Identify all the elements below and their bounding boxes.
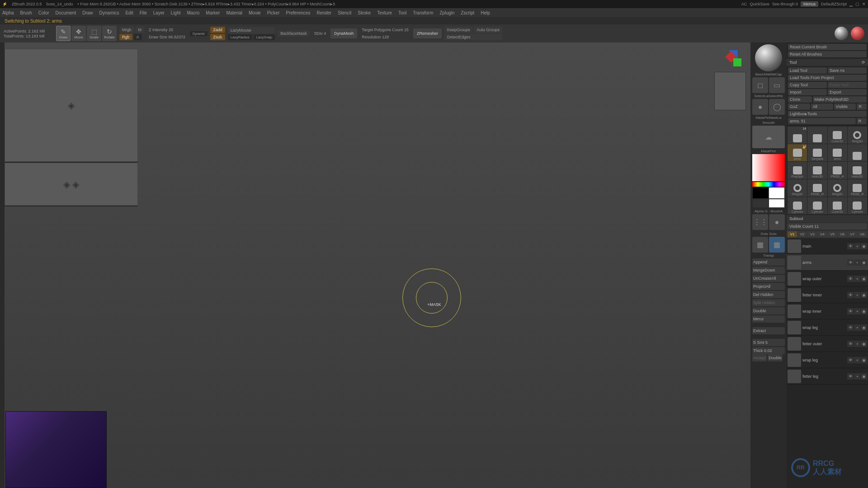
select-rect-brush[interactable]: ▭ (769, 77, 785, 93)
subtool-row-wrap-outer[interactable]: wrap outer👁▪◉ (787, 271, 868, 287)
ghost-button[interactable]: ▦ (769, 237, 785, 253)
menu-help[interactable]: Help (481, 10, 490, 15)
thick-slider[interactable]: Thick 0.02 (752, 347, 785, 354)
export-button[interactable]: Export (828, 89, 867, 95)
move-mode-button[interactable]: ✥Move (71, 26, 86, 41)
subtool-row-wrap-leg[interactable]: wrap leg👁▪◉ (787, 352, 868, 368)
zscript-label[interactable]: DefaultZScript (821, 2, 847, 6)
tool-item-11[interactable]: Helix3D (848, 162, 867, 179)
mrgb-button[interactable]: Mrgb (119, 27, 134, 33)
select-lasso-brush[interactable]: ◻ (752, 77, 768, 93)
zsub-button[interactable]: Zsub (210, 34, 225, 40)
subtool-row-wrap-inner[interactable]: wrap inner👁▪◉ (787, 303, 868, 319)
menu-edit[interactable]: Edit (125, 10, 133, 15)
menus-button[interactable]: Menus (801, 1, 818, 7)
menu-tool[interactable]: Tool (398, 10, 406, 15)
subtool-paint-icon[interactable]: ▪ (854, 324, 860, 331)
zadd-button[interactable]: Zadd (210, 27, 225, 33)
menu-file[interactable]: File (140, 10, 147, 15)
quicksave-button[interactable]: QuickSave (750, 2, 769, 6)
load-from-project-button[interactable]: Load Tools From Project (788, 75, 867, 81)
subtool-vis-icon[interactable]: 👁 (847, 341, 854, 347)
target-polygons-slider[interactable]: Target Polygons Count 15 (360, 27, 410, 33)
menu-draw[interactable]: Draw (82, 10, 93, 15)
menu-macro[interactable]: Macro (187, 10, 200, 15)
subtool-paint-icon[interactable]: ▪ (854, 308, 860, 314)
subtool-vis-icon[interactable]: 👁 (847, 324, 854, 331)
subtool-eye-icon[interactable]: ◉ (861, 259, 867, 266)
tool-item-12[interactable]: Ring3D (788, 179, 807, 197)
menu-movie[interactable]: Movie (249, 10, 261, 15)
append-button[interactable]: Append (752, 258, 785, 266)
subtool-row-wrap-leg[interactable]: wrap leg👁▪◉ (787, 319, 868, 336)
window-max-icon[interactable]: ▢ (855, 2, 859, 6)
r-button[interactable]: R (857, 118, 867, 124)
reset-brush-button[interactable]: Reset Current Brush (788, 44, 867, 50)
menu-zscript[interactable]: Zscript (461, 10, 474, 15)
z-intensity-slider[interactable]: Z Intensity 25 (147, 27, 187, 33)
import-button[interactable]: Import (788, 89, 827, 95)
transp-button[interactable]: ▦ (752, 237, 768, 253)
tool-item-13[interactable]: PM3D_R (807, 179, 827, 197)
subtool-eye-icon[interactable]: ◉ (861, 276, 867, 282)
dynamic-toggle[interactable]: Dynamic (190, 31, 208, 36)
subtool-paint-icon[interactable]: ▪ (854, 243, 860, 249)
resolution-slider[interactable]: Resolution 128 (360, 34, 410, 40)
menu-alpha[interactable]: Alpha (2, 10, 14, 15)
detectedges-button[interactable]: DetectEdges (444, 34, 502, 40)
tool-section-header[interactable]: Tool ⟳ (787, 59, 868, 66)
rotate-mode-button[interactable]: ↻Rotate (102, 26, 117, 41)
tool-item-10[interactable]: PM3D_H (828, 162, 847, 179)
menu-color[interactable]: Color (38, 10, 49, 15)
mirror-button[interactable]: Mirror (752, 315, 785, 323)
subtool-eye-icon[interactable]: ◉ (861, 308, 867, 314)
double2-button[interactable]: Double (768, 354, 783, 361)
goz-all-button[interactable]: All (811, 103, 833, 110)
splithidden-button[interactable]: Split Hidden (752, 299, 785, 306)
subtool-eye-icon[interactable]: ◉ (861, 341, 867, 347)
subtool-row-fetter-outer[interactable]: fetter outer👁▪◉ (787, 336, 868, 352)
subtool-vis-icon[interactable]: 👁 (847, 292, 854, 298)
visibility-v7[interactable]: V7 (848, 231, 857, 237)
swatch-white[interactable] (769, 188, 784, 198)
subtool-vis-icon[interactable]: 👁 (847, 308, 854, 314)
tool-item-0[interactable]: 14 (788, 127, 807, 144)
menu-preferences[interactable]: Preferences (286, 10, 310, 15)
subtool-vis-icon[interactable]: 👁 (847, 357, 854, 363)
menu-picker[interactable]: Picker (267, 10, 280, 15)
seethrough-slider[interactable]: See-through 0 (772, 2, 798, 6)
keepgroups-button[interactable]: KeepGroups (444, 27, 473, 33)
menu-material[interactable]: Material (226, 10, 242, 15)
solo-button[interactable]: ● (769, 214, 785, 230)
copy-tool-button[interactable]: Copy Tool (788, 82, 827, 88)
menu-zplugin[interactable]: Zplugin (440, 10, 455, 15)
double-button[interactable]: Double (752, 307, 785, 314)
swatch-black[interactable] (753, 188, 768, 198)
mask-pen-brush[interactable]: ● (752, 99, 768, 115)
rgb-button[interactable]: Rgb (119, 34, 132, 40)
dynamesh-button[interactable]: DynaMesh (330, 28, 357, 38)
tool-item-15[interactable]: PM3D_R (848, 179, 867, 197)
menu-layer[interactable]: Layer (153, 10, 165, 15)
tool-item-5[interactable]: SimpleB (807, 144, 827, 161)
visibility-v2[interactable]: V2 (797, 231, 807, 237)
m-button[interactable]: M (136, 27, 145, 33)
hue-slider[interactable] (752, 182, 785, 187)
accept-button[interactable]: Accept (752, 354, 767, 361)
material-sphere-small[interactable] (835, 27, 848, 40)
tool-item-19[interactable]: Cylinder (848, 197, 867, 214)
subtool-paint-icon[interactable]: ▪ (854, 292, 860, 298)
subtool-section-header[interactable]: Subtool (787, 215, 868, 222)
visibility-v6[interactable]: V6 (838, 231, 847, 237)
menu-brush[interactable]: Brush (20, 10, 32, 15)
lazymouse-button[interactable]: LazyMouse (228, 27, 275, 33)
menu-transform[interactable]: Transform (413, 10, 433, 15)
subtool-eye-icon[interactable]: ◉ (861, 292, 867, 298)
swatch-secondary[interactable] (753, 199, 768, 207)
lazyradius-button[interactable]: LazyRadius (228, 34, 252, 40)
current-brush[interactable]: ☁ (752, 126, 785, 148)
subtool-paint-icon[interactable]: ▪ (854, 276, 860, 282)
menu-stencil[interactable]: Stencil (338, 10, 351, 15)
delhidden-button[interactable]: Del Hidden (752, 291, 785, 298)
visibility-v3[interactable]: V3 (807, 231, 817, 237)
